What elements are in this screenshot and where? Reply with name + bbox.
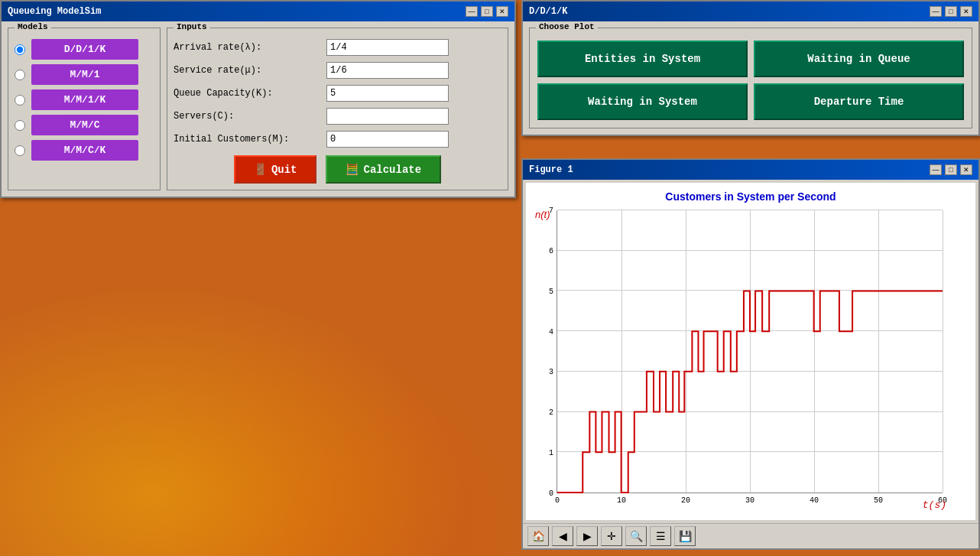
departure-time-button[interactable]: Departure Time bbox=[754, 83, 964, 120]
pan-button[interactable]: ✛ bbox=[601, 526, 622, 546]
main-window-title: Queueing ModelSim bbox=[8, 6, 101, 17]
chart-inner: 0 10 20 30 40 50 60 bbox=[557, 210, 943, 493]
quit-button[interactable]: 🚪 Quit bbox=[234, 155, 317, 184]
figure-window: Figure 1 — □ ✕ Customers in System per S… bbox=[521, 158, 980, 550]
close-button[interactable]: ✕ bbox=[496, 6, 508, 17]
dd1k-window: D/D/1/K — □ ✕ Choose Plot Entities in Sy… bbox=[521, 0, 980, 136]
radio-mmck[interactable] bbox=[15, 145, 25, 156]
model-row-mm1: M/M/1 bbox=[15, 64, 154, 85]
model-row-dd1k: D/D/1/K bbox=[15, 39, 154, 60]
service-rate-row: Service rate(μ): bbox=[174, 62, 501, 79]
dd1k-minimize-button[interactable]: — bbox=[930, 6, 942, 17]
calc-label: Calculate bbox=[363, 164, 421, 176]
queue-capacity-input[interactable] bbox=[326, 85, 449, 102]
model-btn-mm1[interactable]: M/M/1 bbox=[31, 64, 138, 85]
model-row-mmc: M/M/C bbox=[15, 115, 154, 135]
radio-mmc[interactable] bbox=[15, 120, 25, 131]
forward-button[interactable]: ▶ bbox=[576, 526, 598, 546]
initial-customers-label: Initial Customers(M): bbox=[174, 134, 326, 145]
main-window-content: Models D/D/1/K M/M/1 M/M/1/K M/M/C M/M/C… bbox=[2, 21, 514, 197]
figure-content: Customers in System per Second n(t) 0 1 … bbox=[526, 183, 975, 520]
arrival-rate-label: Arrival rate(λ): bbox=[174, 42, 326, 53]
dd1k-window-controls: — □ ✕ bbox=[930, 6, 972, 17]
home-button[interactable]: 🏠 bbox=[527, 526, 549, 546]
maximize-button[interactable]: □ bbox=[481, 6, 493, 17]
model-btn-mmck[interactable]: M/M/C/K bbox=[31, 140, 138, 161]
dd1k-maximize-button[interactable]: □ bbox=[945, 6, 957, 17]
figure-minimize-button[interactable]: — bbox=[930, 164, 942, 175]
main-window: Queueing ModelSim — □ ✕ Models D/D/1/K M… bbox=[0, 0, 516, 198]
figure-maximize-button[interactable]: □ bbox=[945, 164, 957, 175]
waiting-in-system-button[interactable]: Waiting in System bbox=[537, 83, 748, 120]
model-btn-dd1k[interactable]: D/D/1/K bbox=[31, 39, 138, 60]
quit-icon: 🚪 bbox=[254, 163, 267, 176]
model-btn-mm1k[interactable]: M/M/1/K bbox=[31, 89, 138, 110]
service-rate-input[interactable] bbox=[326, 62, 449, 79]
figure-title-bar: Figure 1 — □ ✕ bbox=[523, 160, 978, 180]
initial-customers-row: Initial Customers(M): bbox=[174, 131, 501, 148]
main-title-bar: Queueing ModelSim — □ ✕ bbox=[2, 2, 514, 21]
chart-line bbox=[557, 291, 943, 493]
inputs-group: Inputs Arrival rate(λ): Service rate(μ):… bbox=[167, 28, 508, 190]
entities-in-system-button[interactable]: Entities in System bbox=[537, 41, 748, 77]
servers-input[interactable] bbox=[326, 108, 449, 125]
chart-title: Customers in System per Second bbox=[534, 190, 968, 203]
service-rate-label: Service rate(μ): bbox=[174, 65, 326, 76]
figure-window-title: Figure 1 bbox=[529, 164, 573, 175]
minimize-button[interactable]: — bbox=[466, 6, 478, 17]
calc-icon: 🧮 bbox=[346, 163, 359, 176]
arrival-rate-row: Arrival rate(λ): bbox=[174, 39, 501, 56]
chart-svg bbox=[557, 210, 943, 493]
models-group: Models D/D/1/K M/M/1 M/M/1/K M/M/C M/M/C… bbox=[8, 28, 161, 190]
plot-buttons-grid: Entities in System Waiting in Queue Wait… bbox=[537, 41, 964, 120]
model-row-mmck: M/M/C/K bbox=[15, 140, 154, 161]
model-row-mm1k: M/M/1/K bbox=[15, 89, 154, 110]
radio-mm1k[interactable] bbox=[15, 95, 25, 106]
button-row: 🚪 Quit 🧮 Calculate bbox=[174, 155, 501, 184]
initial-customers-input[interactable] bbox=[326, 131, 449, 148]
radio-dd1k[interactable] bbox=[15, 44, 25, 55]
settings-button[interactable]: ☰ bbox=[650, 526, 671, 546]
back-button[interactable]: ◀ bbox=[552, 526, 573, 546]
quit-label: Quit bbox=[271, 164, 297, 176]
figure-window-controls: — □ ✕ bbox=[930, 164, 972, 175]
dd1k-title-bar: D/D/1/K — □ ✕ bbox=[523, 2, 978, 21]
servers-label: Servers(C): bbox=[174, 111, 326, 122]
queue-capacity-label: Queue Capacity(K): bbox=[174, 88, 326, 99]
calculate-button[interactable]: 🧮 Calculate bbox=[326, 155, 441, 184]
waiting-in-queue-button[interactable]: Waiting in Queue bbox=[754, 41, 964, 77]
dd1k-close-button[interactable]: ✕ bbox=[960, 6, 972, 17]
figure-close-button[interactable]: ✕ bbox=[960, 164, 972, 175]
save-button[interactable]: 💾 bbox=[674, 526, 696, 546]
arrival-rate-input[interactable] bbox=[326, 39, 449, 56]
models-label: Models bbox=[15, 22, 51, 31]
zoom-button[interactable]: 🔍 bbox=[625, 526, 647, 546]
radio-mm1[interactable] bbox=[15, 70, 25, 80]
choose-plot-label: Choose Plot bbox=[536, 22, 598, 31]
chart-container: n(t) 0 1 2 3 4 5 6 7 bbox=[534, 206, 946, 512]
inputs-label: Inputs bbox=[174, 22, 210, 31]
model-btn-mmc[interactable]: M/M/C bbox=[31, 115, 138, 135]
main-window-controls: — □ ✕ bbox=[466, 6, 508, 17]
servers-row: Servers(C): bbox=[174, 108, 501, 125]
queue-capacity-row: Queue Capacity(K): bbox=[174, 85, 501, 102]
dd1k-window-title: D/D/1/K bbox=[529, 6, 567, 17]
choose-plot-group: Choose Plot Entities in System Waiting i… bbox=[529, 28, 972, 128]
x-axis-label: t(s) bbox=[923, 499, 946, 511]
figure-toolbar: 🏠 ◀ ▶ ✛ 🔍 ☰ 💾 bbox=[523, 523, 978, 548]
